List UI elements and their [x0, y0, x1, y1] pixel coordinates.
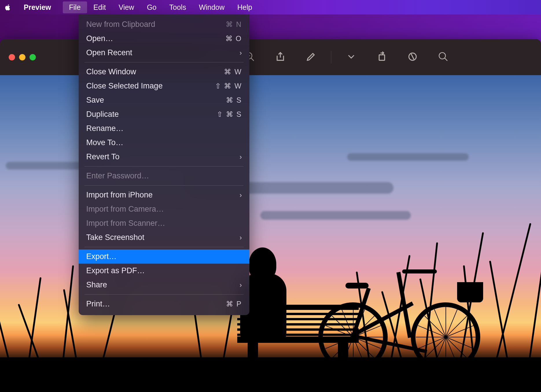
menu-view[interactable]: View	[112, 1, 141, 13]
window-close-button[interactable]	[9, 54, 15, 60]
menu-item-label: Take Screenshot	[86, 233, 144, 242]
menu-item-print[interactable]: Print…⌘ P	[79, 297, 249, 311]
file-menu-dropdown: New from Clipboard⌘ NOpen…⌘ OOpen Recent…	[79, 14, 249, 315]
menu-item-label: Export as PDF…	[86, 266, 145, 275]
menu-separator	[84, 247, 244, 247]
menu-shortcut: ⇧ ⌘ S	[217, 110, 242, 119]
chevron-right-icon: ›	[240, 234, 242, 242]
menu-separator	[84, 62, 244, 62]
rotate-icon[interactable]	[376, 51, 387, 63]
menu-item-import-from-scanner: Import from Scanner…	[79, 216, 249, 230]
menu-item-rename[interactable]: Rename…	[79, 121, 249, 136]
traffic-lights	[9, 54, 36, 60]
menu-item-open[interactable]: Open…⌘ O	[79, 32, 249, 46]
menu-shortcut: ⇧ ⌘ W	[215, 82, 242, 90]
menu-item-label: Export…	[86, 252, 117, 261]
search-icon[interactable]	[438, 51, 449, 63]
menu-item-close-window[interactable]: Close Window⌘ W	[79, 65, 249, 79]
chevron-right-icon: ›	[240, 49, 242, 57]
menu-item-label: Rename…	[86, 124, 124, 133]
menu-item-revert-to[interactable]: Revert To›	[79, 150, 249, 164]
apple-menu-icon[interactable]	[4, 3, 12, 11]
menu-item-import-from-iphone[interactable]: Import from iPhone›	[79, 188, 249, 202]
menu-go[interactable]: Go	[141, 1, 163, 13]
menu-item-take-screenshot[interactable]: Take Screenshot›	[79, 230, 249, 245]
markup-icon[interactable]	[306, 51, 316, 63]
svg-line-4	[251, 58, 254, 61]
menu-window[interactable]: Window	[192, 1, 231, 13]
menu-item-enter-password: Enter Password…	[79, 169, 249, 183]
menu-item-label: Import from Camera…	[86, 205, 164, 214]
svg-line-10	[445, 58, 448, 61]
menu-item-label: New from Clipboard	[86, 20, 155, 29]
app-name[interactable]: Preview	[20, 1, 55, 13]
svg-point-9	[439, 52, 446, 59]
menu-shortcut: ⌘ N	[219, 20, 242, 29]
menu-file[interactable]: File	[63, 1, 87, 13]
menu-item-duplicate[interactable]: Duplicate⇧ ⌘ S	[79, 107, 249, 121]
menu-separator	[84, 294, 244, 295]
menu-item-close-selected-image[interactable]: Close Selected Image⇧ ⌘ W	[79, 79, 249, 93]
menu-item-label: Revert To	[86, 152, 119, 161]
menu-shortcut: ⌘ W	[219, 68, 242, 76]
menu-item-label: Duplicate	[86, 110, 119, 119]
menu-item-export[interactable]: Export…	[79, 249, 249, 264]
menu-item-label: Close Window	[86, 67, 136, 76]
menu-item-label: Print…	[86, 299, 110, 308]
menu-item-export-as-pdf[interactable]: Export as PDF…	[79, 264, 249, 278]
chevron-right-icon: ›	[240, 153, 242, 161]
menubar: Preview FileEditViewGoToolsWindowHelp	[0, 0, 541, 14]
menu-item-save[interactable]: Save⌘ S	[79, 93, 249, 107]
bicycle-silhouette	[318, 247, 480, 372]
dropdown-chevron-icon[interactable]	[346, 51, 357, 63]
menu-item-label: Close Selected Image	[86, 82, 163, 90]
menu-item-label: Move To…	[86, 138, 124, 147]
menu-help[interactable]: Help	[231, 1, 258, 13]
menu-item-new-from-clipboard: New from Clipboard⌘ N	[79, 17, 249, 32]
menu-shortcut: ⌘ P	[219, 300, 242, 308]
menu-item-move-to[interactable]: Move To…	[79, 136, 249, 150]
window-maximize-button[interactable]	[30, 54, 36, 60]
menu-shortcut: ⌘ O	[219, 34, 242, 43]
chevron-right-icon: ›	[240, 191, 242, 199]
menu-item-label: Save	[86, 96, 104, 105]
menu-item-label: Enter Password…	[86, 171, 149, 180]
menu-item-label: Share	[86, 280, 107, 289]
menu-separator	[84, 185, 244, 186]
menu-item-label: Open…	[86, 34, 113, 43]
menu-item-label: Open Recent	[86, 48, 132, 57]
menu-item-label: Import from iPhone	[86, 191, 153, 199]
menu-shortcut: ⌘ S	[219, 96, 242, 104]
menu-item-import-from-camera: Import from Camera…	[79, 202, 249, 216]
menu-item-share[interactable]: Share›	[79, 278, 249, 292]
menu-item-label: Import from Scanner…	[86, 219, 165, 228]
chevron-right-icon: ›	[240, 281, 242, 289]
menu-separator	[84, 166, 244, 167]
menu-edit[interactable]: Edit	[87, 1, 112, 13]
svg-rect-7	[379, 55, 385, 60]
highlight-icon[interactable]	[407, 51, 418, 63]
share-icon[interactable]	[275, 51, 286, 63]
window-minimize-button[interactable]	[19, 54, 25, 60]
toolbar-separator	[331, 51, 331, 64]
menu-tools[interactable]: Tools	[163, 1, 192, 13]
menu-item-open-recent[interactable]: Open Recent›	[79, 46, 249, 60]
